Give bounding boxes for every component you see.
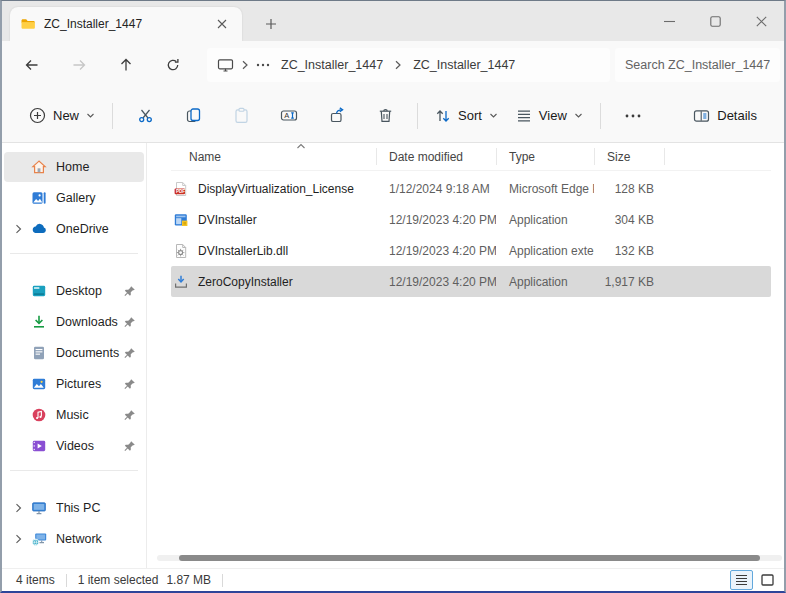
file-row[interactable]: DVInstallerLib.dll 12/19/2023 4:20 PM Ap… [171, 235, 771, 266]
network-icon [30, 531, 48, 547]
sort-icon [435, 108, 451, 124]
column-header-name[interactable]: Name [171, 143, 376, 170]
command-bar: New A Sort [2, 89, 784, 143]
sort-ascending-icon [296, 143, 306, 150]
tab-close-icon[interactable] [212, 14, 232, 34]
new-button-label: New [53, 108, 79, 123]
column-header-date-modified[interactable]: Date modified [376, 143, 496, 170]
search-box[interactable] [615, 48, 780, 82]
sidebar-item-onedrive[interactable]: OneDrive [4, 214, 144, 244]
delete-button[interactable] [365, 98, 405, 134]
pin-icon [122, 440, 138, 452]
chevron-down-icon [86, 111, 95, 120]
file-size: 132 KB [594, 244, 664, 258]
sidebar-item-label: This PC [56, 501, 144, 515]
new-tab-button[interactable] [258, 11, 284, 37]
close-button[interactable] [738, 1, 784, 41]
minimize-button[interactable] [646, 1, 692, 41]
column-header-size[interactable]: Size [594, 143, 664, 170]
trash-icon [377, 107, 394, 124]
sidebar-item-downloads[interactable]: Downloads [4, 307, 144, 337]
breadcrumb[interactable]: ZC_Installer_1447 ZC_Installer_1447 [207, 48, 610, 82]
sidebar-item-pictures[interactable]: Pictures [4, 369, 144, 399]
file-name: ZeroCopyInstaller [198, 275, 293, 289]
sidebar-item-documents[interactable]: Documents [4, 338, 144, 368]
search-input[interactable] [625, 58, 770, 72]
sidebar-item-gallery[interactable]: Gallery [4, 183, 144, 213]
svg-text:PDF: PDF [176, 189, 185, 194]
application-icon [173, 212, 189, 228]
share-button[interactable] [317, 98, 357, 134]
gallery-icon [30, 190, 48, 206]
column-label: Type [509, 150, 535, 164]
statusbar-separator [66, 574, 67, 587]
explorer-tab[interactable]: ZC_Installer_1447 [10, 7, 242, 41]
rename-icon: A [280, 107, 298, 124]
up-button[interactable] [108, 48, 144, 82]
sidebar-item-videos[interactable]: Videos [4, 431, 144, 461]
toolbar-separator [600, 103, 601, 129]
horizontal-scrollbar-thumb[interactable] [179, 555, 760, 561]
view-button[interactable]: View [507, 100, 592, 132]
file-row[interactable]: DVInstaller 12/19/2023 4:20 PM Applicati… [171, 204, 771, 235]
chevron-down-icon [489, 111, 498, 120]
file-type: Application [496, 213, 594, 227]
details-view-toggle[interactable] [730, 570, 753, 590]
titlebar: ZC_Installer_1447 [2, 1, 784, 41]
onedrive-icon [30, 221, 48, 237]
cut-button[interactable] [125, 98, 165, 134]
column-headers: Name Date modified Type Size [171, 143, 771, 171]
paste-button[interactable] [221, 98, 261, 134]
file-rows: PDF DisplayVirtualization_License 1/12/2… [147, 173, 784, 297]
new-button[interactable]: New [20, 99, 104, 132]
documents-icon [30, 345, 48, 361]
toolbar-separator [112, 103, 113, 129]
back-button[interactable] [14, 48, 50, 82]
forward-button[interactable] [61, 48, 97, 82]
music-icon [30, 407, 48, 423]
breadcrumb-overflow-icon[interactable] [256, 63, 270, 67]
expand-chevron-icon[interactable] [11, 503, 25, 513]
sidebar-item-network[interactable]: Network [4, 524, 144, 554]
this-pc-icon[interactable] [217, 57, 234, 73]
explorer-body: Home Gallery OneDrive [2, 143, 784, 568]
scissors-icon [137, 107, 154, 124]
this-pc-icon [30, 500, 48, 516]
more-options-button[interactable] [613, 98, 653, 134]
file-size: 304 KB [594, 213, 664, 227]
file-row-selected[interactable]: ZeroCopyInstaller 12/19/2023 4:20 PM App… [171, 266, 771, 297]
sidebar-separator [10, 470, 138, 471]
refresh-button[interactable] [155, 48, 191, 82]
maximize-button[interactable] [692, 1, 738, 41]
details-pane-button[interactable]: Details [684, 100, 766, 132]
toolbar-separator [417, 103, 418, 129]
large-icons-view-toggle[interactable] [756, 570, 779, 590]
column-label: Name [189, 150, 221, 164]
sidebar-item-this-pc[interactable]: This PC [4, 493, 144, 523]
breadcrumb-item-current[interactable]: ZC_Installer_1447 [409, 55, 519, 75]
details-pane-icon [693, 108, 710, 124]
breadcrumb-item[interactable]: ZC_Installer_1447 [277, 55, 387, 75]
sidebar-item-home[interactable]: Home [4, 152, 144, 182]
expand-chevron-icon[interactable] [11, 224, 25, 234]
videos-icon [30, 438, 48, 454]
view-toggles [730, 570, 779, 590]
column-header-type[interactable]: Type [496, 143, 594, 170]
sidebar-item-desktop[interactable]: Desktop [4, 276, 144, 306]
horizontal-scrollbar[interactable] [157, 555, 782, 561]
file-explorer-window: ZC_Installer_1447 [0, 0, 786, 593]
clipboard-icon [233, 107, 250, 124]
file-row[interactable]: PDF DisplayVirtualization_License 1/12/2… [171, 173, 771, 204]
sidebar-item-music[interactable]: Music [4, 400, 144, 430]
expand-chevron-icon[interactable] [11, 534, 25, 544]
file-name: DisplayVirtualization_License [198, 182, 354, 196]
sort-button[interactable]: Sort [426, 100, 507, 132]
copy-button[interactable] [173, 98, 213, 134]
file-date-modified: 1/12/2024 9:18 AM [376, 182, 496, 196]
rename-button[interactable]: A [269, 98, 309, 134]
column-label: Date modified [389, 150, 463, 164]
pin-icon [122, 347, 138, 359]
file-type: Application exten... [496, 244, 594, 258]
pictures-icon [30, 376, 48, 392]
column-label: Size [607, 150, 630, 164]
